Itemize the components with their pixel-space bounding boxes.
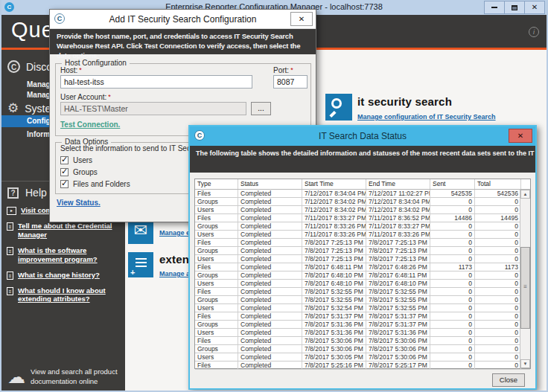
table-cell: Completed [238, 206, 302, 213]
email-envelope-icon[interactable] [128, 219, 153, 244]
close-dialog-button[interactable]: Close [492, 373, 525, 387]
table-row[interactable]: UsersCompleted7/8/2017 5:31:36 PM7/8/201… [195, 329, 530, 337]
table-cell: 7/8/2017 6:48:10 PM [302, 280, 366, 287]
table-row[interactable]: GroupsCompleted7/8/2017 6:48:10 PM7/8/20… [195, 271, 530, 280]
user-account-input [60, 102, 246, 115]
table-cell: Completed [238, 231, 302, 238]
table-row[interactable]: UsersCompleted7/8/2017 6:48:10 PM7/8/201… [195, 280, 530, 288]
column-header-status[interactable]: Status [238, 179, 302, 189]
video-icon [7, 207, 16, 215]
table-row[interactable]: UsersCompleted7/12/2017 8:34:02 PM7/12/2… [195, 206, 530, 214]
table-row[interactable]: UsersCompleted7/11/2017 8:33:26 PM7/11/2… [195, 231, 530, 239]
table-row[interactable]: FilesCompleted7/8/2017 6:48:11 PM7/8/201… [195, 263, 530, 271]
table-cell: Completed [238, 288, 302, 295]
checkbox-box[interactable] [60, 168, 68, 176]
table-cell: Users [195, 280, 238, 287]
table-row[interactable]: GroupsCompleted7/8/2017 7:25:13 PM7/8/20… [195, 247, 530, 255]
help-link-what-is-change-history-[interactable]: What is change history? [7, 271, 118, 280]
table-cell: Users [195, 231, 238, 238]
table-cell: 0 [430, 247, 475, 254]
table-row[interactable]: GroupsCompleted7/8/2017 5:32:55 PM7/8/20… [195, 296, 530, 304]
table-row[interactable]: FilesCompleted7/8/2017 7:25:13 PM7/8/201… [195, 239, 530, 247]
column-header-sent[interactable]: Sent [430, 179, 475, 189]
table-cell: Completed [238, 362, 302, 369]
table-cell: Completed [238, 222, 302, 230]
table-cell: 1173 [430, 263, 475, 271]
help-link-what-should-i-know-about-exten[interactable]: What should I know about extending attri… [7, 286, 118, 304]
checkbox-label: Files and Folders [73, 180, 130, 188]
table-row[interactable]: FilesCompleted7/8/2017 5:32:55 PM7/8/201… [195, 288, 530, 296]
scroll-up-arrow[interactable] [520, 190, 530, 199]
table-cell: 0 [475, 198, 521, 205]
table-row[interactable]: UsersCompleted7/8/2017 5:30:05 PM7/8/201… [195, 353, 530, 362]
help-link-what-is-the-software-improveme[interactable]: What is the software improvement program… [7, 246, 118, 264]
scrollbar-thumb[interactable] [520, 247, 530, 329]
table-cell: 7/8/2017 5:32:55 PM [366, 296, 430, 303]
table-cell: 7/8/2017 7:25:13 PM [366, 239, 430, 246]
table-row[interactable]: FilesCompleted7/8/2017 5:30:06 PM7/8/201… [195, 337, 530, 345]
close-button[interactable]: ✕ [524, 1, 545, 14]
table-cell: 0 [430, 198, 475, 205]
it-search-data-status-dialog: IT Search Data Status ✕ The following ta… [188, 125, 537, 390]
table-cell: 1173 [475, 263, 521, 271]
table-row[interactable]: GroupsCompleted7/8/2017 5:31:36 PM7/8/20… [195, 321, 530, 329]
checkbox-box[interactable] [60, 180, 68, 188]
minimize-button[interactable] [484, 1, 505, 14]
column-header-type[interactable]: Type [195, 179, 238, 189]
table-cell: 0 [475, 239, 521, 246]
info-icon[interactable] [529, 27, 539, 37]
test-connection-link[interactable]: Test Connection. [60, 121, 120, 129]
it-security-search-icon[interactable] [325, 94, 352, 121]
table-cell: 542536 [475, 190, 521, 197]
table-row[interactable]: FilesCompleted7/12/2017 8:34:04 PM7/12/2… [195, 190, 530, 198]
main-window: Enterprise Reporter Configuration Manage… [0, 0, 548, 392]
table-cell: 7/8/2017 5:31:36 PM [302, 321, 366, 328]
table-cell: Users [195, 255, 238, 263]
table-cell: Files [195, 263, 238, 271]
table-cell: 7/8/2017 5:30:06 PM [302, 337, 366, 344]
table-row[interactable]: FilesCompleted7/8/2017 5:31:37 PM7/8/201… [195, 312, 530, 321]
extended-attributes-icon[interactable] [128, 252, 153, 277]
table-cell: 0 [475, 337, 521, 344]
browse-button[interactable]: ... [251, 102, 271, 115]
doc-icon [7, 271, 13, 280]
restore-button[interactable] [504, 1, 525, 14]
table-cell: 0 [475, 329, 521, 336]
checkbox-box[interactable] [60, 156, 68, 164]
table-cell: 7/12/2017 8:34:04 PM [302, 190, 366, 197]
table-row[interactable]: FilesCompleted7/11/2017 8:33:27 PM7/11/2… [195, 214, 530, 222]
table-row[interactable]: UsersCompleted7/8/2017 5:32:54 PM7/8/201… [195, 304, 530, 312]
table-row[interactable]: GroupsCompleted7/11/2017 8:33:26 PM7/11/… [195, 222, 530, 231]
documentation-footer[interactable]: View and search all product documentatio… [7, 367, 121, 386]
table-cell: 7/8/2017 7:25:13 PM [302, 239, 366, 246]
plus-icon [130, 268, 135, 277]
column-header-start-time[interactable]: Start Time [302, 179, 366, 189]
table-row[interactable]: GroupsCompleted7/8/2017 5:30:06 PM7/8/20… [195, 345, 530, 353]
dialog-close-button[interactable]: ✕ [509, 129, 532, 143]
host-input[interactable] [60, 75, 252, 89]
table-cell: Completed [238, 312, 302, 320]
table-cell: Groups [195, 198, 238, 205]
dialog-close-button[interactable]: ✕ [290, 12, 313, 26]
scroll-down-arrow[interactable] [520, 359, 530, 368]
column-header-end-time[interactable]: End Time [366, 179, 430, 189]
table-cell: 7/8/2017 5:32:55 PM [302, 296, 366, 303]
table-cell: 7/8/2017 5:30:06 PM [366, 337, 430, 344]
table-cell: 0 [430, 353, 475, 361]
checkbox-files-and-folders[interactable]: Files and Folders [60, 178, 130, 190]
table-row[interactable]: GroupsCompleted7/12/2017 8:34:02 PM7/12/… [195, 198, 530, 206]
column-header-total[interactable]: Total [475, 179, 521, 189]
table-row[interactable]: FilesCompleted7/8/2017 5:25:16 PM7/8/201… [195, 362, 530, 370]
port-input[interactable] [273, 75, 308, 89]
table-cell: 7/8/2017 5:32:54 PM [302, 304, 366, 312]
manage-it-security-search-link[interactable]: Manage configuration of IT Security Sear… [357, 113, 496, 121]
help-link-tell-me-about-the-credential-m[interactable]: Tell me about the Credential Manager [7, 222, 118, 240]
view-status-link[interactable]: View Status. [57, 199, 101, 207]
table-body: FilesCompleted7/12/2017 8:34:04 PM7/12/2… [195, 190, 530, 370]
user-account-label: User Account: [60, 93, 111, 101]
checkbox-users[interactable]: Users [60, 154, 130, 166]
checkbox-groups[interactable]: Groups [60, 166, 130, 178]
table-cell: Files [195, 239, 238, 246]
table-row[interactable]: UsersCompleted7/8/2017 7:25:13 PM7/8/201… [195, 255, 530, 263]
vertical-scrollbar[interactable] [520, 190, 530, 368]
